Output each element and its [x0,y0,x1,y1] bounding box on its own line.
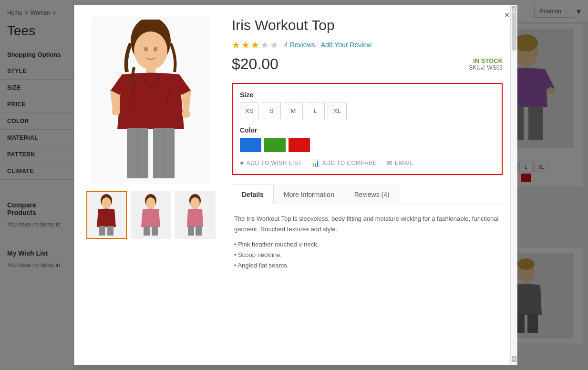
bullet-3: • Angled flat seams. [234,260,500,271]
divider [232,78,503,78]
svg-point-28 [146,197,155,209]
add-to-wish-list-label: ADD TO WISH LIST [247,160,302,166]
size-buttons: XS S M L XL [240,103,495,119]
svg-point-14 [144,47,148,51]
size-label: Size [240,91,495,99]
size-m[interactable]: M [284,103,303,119]
product-description: The Iris Workout Top is sleeveless, body… [234,214,500,235]
star-1: ★ [232,39,240,51]
thumbnail-2[interactable] [131,191,171,239]
sku-info: SKU#: WS03 [469,64,503,71]
scrollbar-thumb[interactable] [512,12,516,51]
tab-content: The Iris Workout Top is sleeveless, body… [232,204,503,280]
email-icon: ✉ [387,159,393,167]
tab-details[interactable]: Details [232,185,274,204]
thumbnail-svg-1 [90,194,123,236]
star-3: ★ [251,39,259,51]
rating-row: ★ ★ ★ ★ ★ 4 Reviews Add Your Review [232,39,503,51]
stock-info: IN STOCK SKU#: WS03 [469,57,503,71]
thumbnail-svg-2 [134,194,167,236]
color-swatch-blue[interactable] [240,138,261,152]
product-modal: × ▲ ▼ [74,5,517,365]
product-images-section [84,17,217,353]
bullet-2: • Scoop neckline. [234,250,500,260]
add-review-link[interactable]: Add Your Review [321,41,372,49]
star-5: ★ [270,39,279,51]
product-thumbnails [86,191,216,239]
svg-point-17 [112,108,120,115]
svg-point-13 [134,31,167,70]
email-label: EMAIL [395,160,413,166]
svg-rect-33 [188,226,194,236]
tab-reviews[interactable]: Reviews (4) [344,185,400,204]
thumbnail-svg-3 [178,194,212,236]
price-row: $20.00 IN STOCK SKU#: WS03 [232,55,503,73]
add-to-wish-list-link[interactable]: ♥ ADD TO WISH LIST [240,159,302,167]
product-price: $20.00 [232,55,279,73]
bullet-1: • Pink heather rouched v-neck. [234,239,500,250]
tabs-section: Details More Information Reviews (4) The… [232,185,503,280]
svg-rect-25 [99,226,105,236]
heart-icon: ♥ [240,159,244,167]
add-to-compare-label: ADD TO COMPARE [322,160,377,166]
main-product-image [91,17,210,184]
size-l[interactable]: L [306,103,325,119]
color-swatch-green[interactable] [264,138,286,152]
thumbnail-3[interactable] [175,191,216,239]
color-label: Color [240,126,495,134]
svg-rect-30 [152,226,158,236]
svg-point-15 [154,47,157,51]
main-product-svg [93,20,208,182]
star-2: ★ [241,39,250,51]
scroll-up-arrow[interactable]: ▲ [512,6,516,11]
svg-rect-26 [107,226,113,236]
thumbnail-1[interactable] [86,191,127,239]
product-name: Iris Workout Top [232,17,503,33]
color-swatches [240,138,495,152]
action-links: ♥ ADD TO WISH LIST 📊 ADD TO COMPARE ✉ EM… [240,159,495,167]
star-rating: ★ ★ ★ ★ ★ [232,39,279,51]
stock-status: IN STOCK [469,57,503,64]
tabs-nav: Details More Information Reviews (4) [232,185,503,204]
size-xl[interactable]: XL [328,103,347,119]
size-xs[interactable]: XS [240,103,259,119]
product-info-section: Iris Workout Top ★ ★ ★ ★ ★ 4 Reviews Add… [217,17,503,353]
size-s[interactable]: S [262,103,281,119]
svg-point-32 [190,197,200,209]
modal-close-button[interactable]: × [504,10,510,20]
star-4: ★ [260,39,269,51]
color-swatch-red[interactable] [289,138,310,152]
svg-point-18 [182,110,190,118]
email-link[interactable]: ✉ EMAIL [387,159,413,167]
tab-more-information[interactable]: More Information [274,185,344,204]
scroll-down-arrow[interactable]: ▼ [512,356,516,362]
svg-rect-29 [144,226,150,236]
modal-body: Iris Workout Top ★ ★ ★ ★ ★ 4 Reviews Add… [74,5,517,365]
compare-icon: 📊 [311,159,320,167]
svg-point-24 [102,197,111,209]
reviews-link[interactable]: 4 Reviews [284,41,315,49]
options-box: Size XS S M L XL Color [232,83,503,175]
add-to-compare-link[interactable]: 📊 ADD TO COMPARE [311,159,377,167]
modal-scrollbar[interactable]: ▲ ▼ [510,5,517,365]
svg-rect-34 [196,226,202,236]
